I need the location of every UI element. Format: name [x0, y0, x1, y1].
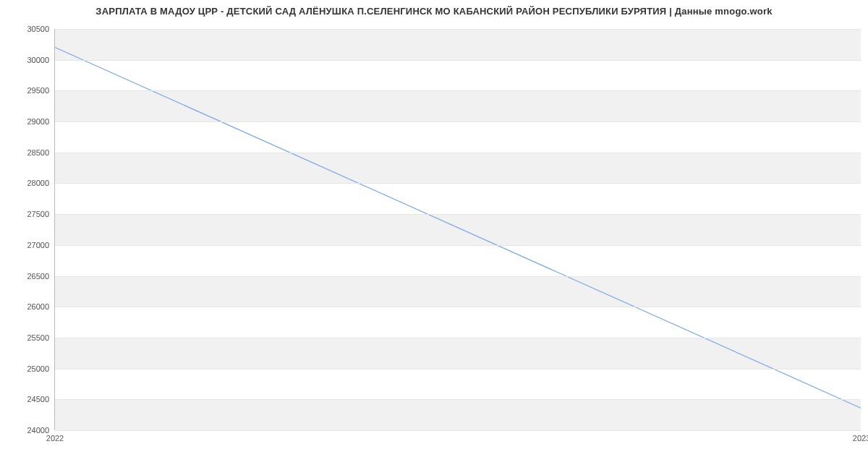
y-tick-label: 27500 [27, 210, 49, 218]
y-tick-label: 30000 [27, 56, 49, 64]
gridline [55, 245, 861, 246]
gridline [55, 90, 861, 91]
line-path [55, 48, 861, 409]
gridline [55, 399, 861, 400]
y-tick-label: 24500 [27, 395, 49, 403]
gridline [55, 153, 861, 153]
gridline [55, 121, 861, 122]
gridline [55, 307, 861, 307]
gridline [55, 29, 861, 30]
gridline [55, 369, 861, 369]
y-tick-label: 25000 [27, 364, 49, 373]
y-tick-label: 25500 [27, 333, 49, 342]
x-tick-label: 2023 [853, 434, 868, 443]
y-tick-label: 29000 [27, 117, 49, 126]
gridline [55, 276, 861, 277]
gridline [55, 214, 861, 215]
y-tick-label: 26500 [27, 272, 49, 281]
x-tick-label: 2022 [46, 434, 64, 443]
gridline [55, 60, 861, 61]
line-series [55, 29, 861, 430]
gridline [55, 430, 861, 431]
y-tick-label: 28500 [27, 148, 49, 157]
chart-container: ЗАРПЛАТА В МАДОУ ЦРР - ДЕТСКИЙ САД АЛЁНУ… [0, 0, 868, 470]
gridline [55, 183, 861, 184]
y-tick-label: 27000 [27, 241, 49, 249]
y-tick-label: 28000 [27, 179, 49, 187]
y-tick-label: 29500 [27, 86, 49, 95]
chart-title: ЗАРПЛАТА В МАДОУ ЦРР - ДЕТСКИЙ САД АЛЁНУ… [0, 0, 868, 17]
gridline [55, 338, 861, 338]
y-tick-label: 30500 [27, 25, 49, 33]
y-tick-label: 26000 [27, 302, 49, 311]
plot-area: 2400024500250002550026000265002700027500… [54, 29, 861, 430]
